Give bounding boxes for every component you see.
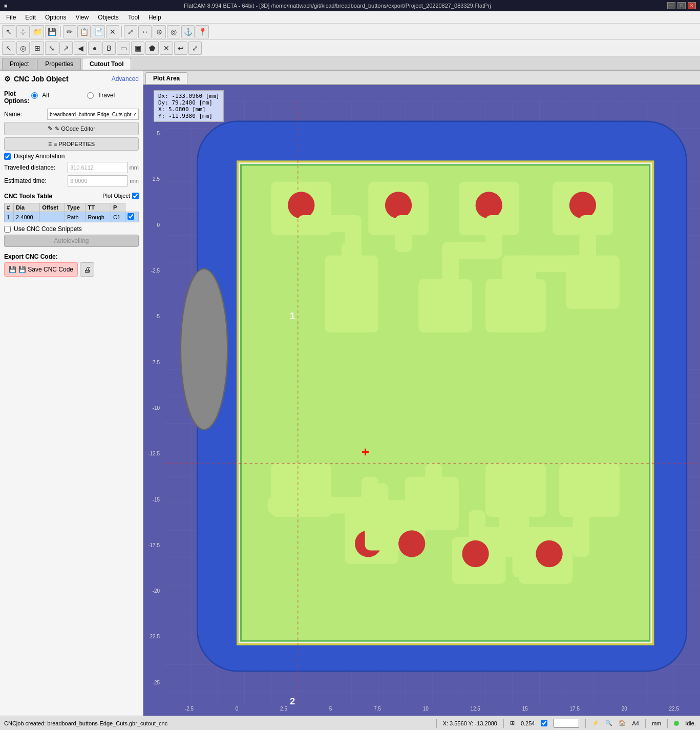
toolbar2-resize-button[interactable]: ⤡ <box>45 41 58 55</box>
toolbar1-open-button[interactable]: 📁 <box>31 25 44 38</box>
use-cnc-snippets-checkbox[interactable] <box>4 226 11 233</box>
plot-object-checkbox[interactable] <box>132 193 139 199</box>
svg-point-52 <box>181 269 228 430</box>
toolbar1-edit-button[interactable]: ✏ <box>63 25 76 38</box>
toolbar1-select-button[interactable]: ↖ <box>2 25 15 38</box>
toolbar1-circle-button[interactable]: ◎ <box>167 25 180 38</box>
name-input[interactable] <box>47 109 139 120</box>
toolbar2-arrow-button[interactable]: ↖ <box>2 41 15 55</box>
radio-travel-label: Travel <box>98 92 139 99</box>
status-separator-3 <box>585 719 586 728</box>
paper-size: A4 <box>632 720 639 726</box>
estimated-time-row: Estimated time: min <box>4 175 139 186</box>
toolbar2-grid2-button[interactable]: ▣ <box>131 41 144 55</box>
x-label: X: <box>158 106 165 113</box>
table-cell-3: Path <box>65 212 86 222</box>
svg-text:1: 1 <box>290 310 295 321</box>
advanced-button[interactable]: Advanced <box>112 75 139 82</box>
menu-item-file[interactable]: File <box>2 13 20 22</box>
table-cell-checkbox[interactable] <box>125 212 138 222</box>
cnc-icon: ⚙ <box>4 75 11 83</box>
properties-icon: ≡ <box>48 140 52 148</box>
x-axis-label: 2.5 <box>280 706 287 712</box>
status-text: Idle. <box>685 720 696 726</box>
toolbar1-save-button[interactable]: 💾 <box>45 25 58 38</box>
toolbar2-undo-button[interactable]: ↩ <box>174 41 187 55</box>
main-content: ⚙ CNC Job Object Advanced Plot Options: … <box>0 71 700 716</box>
close-button[interactable]: ✕ <box>688 2 696 9</box>
tab-project[interactable]: Project <box>2 58 36 70</box>
toolbar2-bold-button[interactable]: B <box>102 41 116 55</box>
use-cnc-snippets-row: Use CNC Code Snippets <box>4 225 139 233</box>
x-axis-label: 7.5 <box>374 706 381 712</box>
properties-button[interactable]: ≡ ≡ PROPERTIES <box>4 137 139 151</box>
menu-item-options[interactable]: Options <box>41 13 70 22</box>
toolbar1-anchor-button[interactable]: ⚓ <box>181 25 195 38</box>
estimated-time-input[interactable] <box>68 175 128 186</box>
save-icon: 💾 <box>9 266 16 273</box>
toolbar1-measure-button[interactable]: ↔ <box>138 25 152 38</box>
travelled-distance-label: Travelled distance: <box>4 164 66 171</box>
toolbar1-sep-4 <box>60 26 61 37</box>
toolbar1-paste-button[interactable]: 📋 <box>77 25 91 38</box>
toolbar1-expand-button[interactable]: ⤢ <box>124 25 137 38</box>
y-axis-label: -22.5 <box>143 634 162 639</box>
radio-travel[interactable] <box>87 92 94 99</box>
cnc-tools-header: CNC Tools Table Plot Object <box>4 190 139 202</box>
gcode-editor-button[interactable]: ✎ ✎ GCode Editor <box>4 122 139 135</box>
y-axis-label: 0 <box>143 222 162 228</box>
properties-button-row: ≡ ≡ PROPERTIES <box>4 137 139 151</box>
svg-rect-21 <box>418 279 472 332</box>
menu-item-edit[interactable]: Edit <box>21 13 40 22</box>
dy-value: 79.2480 [mm] <box>172 99 213 106</box>
maximize-button[interactable]: □ <box>677 2 686 9</box>
toolbar2-expand2-button[interactable]: ⤢ <box>188 41 202 55</box>
menu-item-view[interactable]: View <box>71 13 93 22</box>
toolbar2-grid-button[interactable]: ⊞ <box>31 41 44 55</box>
print-icon: 🖨 <box>83 265 91 274</box>
menu-item-tool[interactable]: Tool <box>124 13 143 22</box>
save-cnc-button[interactable]: 💾 💾 Save CNC Code <box>4 262 78 277</box>
toolbar1-center-button[interactable]: ⊕ <box>153 25 166 38</box>
minimize-button[interactable]: — <box>667 2 675 9</box>
menubar: FileEditOptionsViewObjectsToolHelp <box>0 11 700 24</box>
canvas-area[interactable]: Dx: -133.0960 [mm] Dy: 79.2480 [mm] X: 5… <box>143 85 700 716</box>
plot-object-label: Plot Object <box>102 193 130 199</box>
toolbar1-pin-button[interactable]: 📍 <box>196 25 209 38</box>
save-cnc-label: 💾 Save CNC Code <box>18 266 73 273</box>
print-button[interactable]: 🖨 <box>80 262 94 277</box>
toolbar2-dot-button[interactable]: ● <box>88 41 101 55</box>
status-separator-5 <box>667 719 668 728</box>
table-row[interactable]: 12.4000PathRoughC1 <box>5 212 139 222</box>
row-plot-checkbox[interactable] <box>128 213 134 220</box>
svg-text:+: + <box>362 444 369 460</box>
plot-area-tab[interactable]: Plot Area <box>145 72 187 84</box>
grid-checkbox[interactable] <box>541 720 547 726</box>
toolbar2-poly-button[interactable]: ⬟ <box>145 41 159 55</box>
toolbar2: ↖◎⊞⤡↗◀●B▭▣⬟✕↩⤢ <box>0 40 700 56</box>
toolbar2-circle-select-button[interactable]: ◎ <box>16 41 30 55</box>
toolbar1-delete-button[interactable]: ✕ <box>106 25 119 38</box>
toolbar2-clear-button[interactable]: ✕ <box>160 41 173 55</box>
toolbar1-snap-button[interactable]: ⊹ <box>16 25 30 38</box>
toolbar2-rect-button[interactable]: ▭ <box>117 41 130 55</box>
radio-all[interactable] <box>31 92 38 99</box>
x-axis-label: 10 <box>423 706 429 712</box>
menu-item-objects[interactable]: Objects <box>94 13 123 22</box>
tab-cutout-tool[interactable]: Cutout Tool <box>82 58 131 70</box>
tab-properties[interactable]: Properties <box>37 58 81 70</box>
travelled-distance-input[interactable] <box>68 162 128 173</box>
toolbar1-new-button[interactable]: 📄 <box>92 25 105 38</box>
grid-size-input[interactable] <box>554 719 579 728</box>
unit-label: mm <box>652 720 661 726</box>
plot-options-label: Plot Options: <box>4 90 29 105</box>
col-tt: TT <box>86 203 111 212</box>
toolbar2-back-button[interactable]: ◀ <box>74 41 87 55</box>
display-annotation-checkbox[interactable] <box>4 153 11 160</box>
toolbar2-move-button[interactable]: ↗ <box>59 41 73 55</box>
menu-item-help[interactable]: Help <box>144 13 165 22</box>
col-offset: Offset <box>40 203 65 212</box>
dy-row: Dy: 79.2480 [mm] <box>158 99 219 106</box>
plot-options-radio-group: All Travel Cut <box>31 92 143 99</box>
statusbar: CNCjob created: breadboard_buttons-Edge_… <box>0 716 700 730</box>
